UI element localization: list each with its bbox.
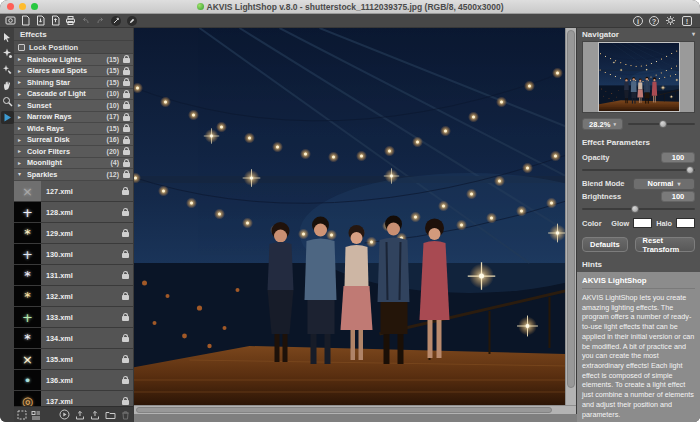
zoom-window-button[interactable] (31, 3, 38, 10)
effect-group-row[interactable]: Color Filters (20) (14, 146, 133, 158)
opacity-slider[interactable] (582, 165, 695, 175)
post-process-icon[interactable] (126, 15, 138, 27)
effect-group-row[interactable]: Glares and Spots (15) (14, 66, 133, 78)
lock-icon[interactable] (123, 116, 130, 121)
lock-icon[interactable] (123, 162, 130, 167)
lock-icon[interactable] (123, 93, 130, 98)
minimize-window-button[interactable] (19, 3, 26, 10)
expander-icon[interactable] (18, 56, 24, 62)
vertical-scrollbar-thumb[interactable] (567, 30, 575, 388)
list-view-icon[interactable] (31, 410, 41, 420)
navigator-preview[interactable] (582, 41, 695, 113)
lock-icon[interactable] (122, 358, 129, 363)
lock-icon[interactable] (123, 127, 130, 132)
blend-mode-dropdown[interactable]: Normal▾ (633, 178, 695, 190)
lock-icon[interactable] (122, 211, 129, 216)
import-preset-button[interactable] (75, 410, 85, 420)
close-window-button[interactable] (7, 3, 14, 10)
lock-icon[interactable] (122, 232, 129, 237)
lock-icon[interactable] (123, 173, 130, 178)
zoom-slider-handle[interactable] (659, 120, 667, 128)
effect-group-row[interactable]: Sunset (10) (14, 100, 133, 112)
lock-icon[interactable] (122, 295, 129, 300)
lock-icon[interactable] (122, 190, 129, 195)
lock-icon[interactable] (122, 379, 129, 384)
preset-item[interactable]: + 128.xml (14, 202, 133, 223)
halo-color-swatch[interactable] (676, 218, 695, 228)
expander-icon[interactable] (18, 91, 24, 97)
lock-icon[interactable] (122, 274, 129, 279)
lock-icon[interactable] (123, 58, 130, 63)
preview-play-button[interactable] (59, 409, 70, 420)
lock-icon[interactable] (122, 337, 129, 342)
expander-icon[interactable] (18, 68, 24, 74)
expander-icon[interactable] (18, 102, 24, 108)
preset-item[interactable]: × 127.xml (14, 181, 133, 202)
save-file-icon[interactable] (50, 15, 61, 26)
lock-icon[interactable] (122, 253, 129, 258)
expander-icon[interactable] (18, 79, 24, 85)
effect-group-row[interactable]: Wide Rays (15) (14, 123, 133, 135)
share-icon[interactable] (110, 15, 122, 27)
pointer-tool-icon[interactable] (1, 31, 14, 44)
sparkle-edit-tool-icon[interactable] (1, 63, 14, 76)
expander-icon[interactable] (18, 171, 24, 177)
reset-transform-button[interactable]: Reset Transform (635, 237, 695, 252)
preset-item[interactable]: * 134.xml (14, 328, 133, 349)
lock-icon[interactable] (123, 81, 130, 86)
grid-view-icon[interactable] (17, 410, 27, 420)
preset-item[interactable]: * 129.xml (14, 223, 133, 244)
zoom-slider[interactable] (628, 118, 695, 130)
expander-icon[interactable] (18, 160, 24, 166)
navigator-collapse-icon[interactable]: ▾ (692, 28, 695, 41)
preset-item[interactable]: ◎ 137.xml (14, 391, 133, 406)
opacity-value[interactable]: 100 (661, 152, 695, 163)
glow-color-swatch[interactable] (633, 218, 652, 228)
lock-position-checkbox[interactable] (18, 44, 25, 51)
effect-group-row[interactable]: Shining Star (15) (14, 77, 133, 89)
about-icon[interactable]: ! (682, 16, 692, 26)
effect-group-row[interactable]: Cascade of Light (10) (14, 89, 133, 101)
effect-group-row[interactable]: Sparkles (12) (14, 169, 133, 181)
vertical-scrollbar[interactable] (565, 28, 576, 405)
print-icon[interactable] (65, 15, 76, 26)
zoom-tool-icon[interactable] (1, 95, 14, 108)
effect-group-row[interactable]: Moonlight (4) (14, 158, 133, 170)
zoom-level-dropdown[interactable]: 28.2%▾ (582, 118, 623, 130)
brightness-value[interactable]: 100 (661, 191, 695, 202)
info-icon[interactable]: i (633, 16, 643, 26)
lock-icon[interactable] (123, 104, 130, 109)
sparkle-element-tool-icon[interactable] (1, 47, 14, 60)
lock-icon[interactable] (123, 150, 130, 155)
open-file-icon[interactable] (35, 15, 46, 26)
run-tool-icon[interactable] (1, 111, 14, 124)
horizontal-scrollbar[interactable] (134, 405, 576, 414)
expander-icon[interactable] (18, 148, 24, 154)
expander-icon[interactable] (18, 125, 24, 131)
new-document-icon[interactable] (20, 15, 31, 26)
effect-group-row[interactable]: Rainbow Lights (15) (14, 54, 133, 66)
open-image-icon[interactable] (5, 15, 16, 26)
preset-item[interactable]: + 130.xml (14, 244, 133, 265)
preset-item[interactable]: * 132.xml (14, 286, 133, 307)
brightness-slider-handle[interactable] (631, 205, 639, 213)
effect-group-row[interactable]: Narrow Rays (17) (14, 112, 133, 124)
help-icon[interactable]: ? (649, 16, 659, 26)
preset-item[interactable]: • 136.xml (14, 370, 133, 391)
preferences-gear-icon[interactable] (665, 15, 676, 26)
lock-icon[interactable] (122, 400, 129, 405)
expander-icon[interactable] (18, 114, 24, 120)
expander-icon[interactable] (18, 137, 24, 143)
lock-icon[interactable] (123, 139, 130, 144)
preset-item[interactable]: + 133.xml (14, 307, 133, 328)
lock-icon[interactable] (123, 70, 130, 75)
hand-tool-icon[interactable] (1, 79, 14, 92)
defaults-button[interactable]: Defaults (582, 237, 628, 252)
lock-position-row[interactable]: Lock Position (14, 41, 133, 54)
lock-icon[interactable] (122, 316, 129, 321)
preset-item[interactable]: × 135.xml (14, 349, 133, 370)
preset-item[interactable]: * 131.xml (14, 265, 133, 286)
horizontal-scrollbar-thumb[interactable] (136, 407, 552, 413)
brightness-slider[interactable] (582, 204, 695, 214)
new-folder-button[interactable] (105, 410, 116, 420)
